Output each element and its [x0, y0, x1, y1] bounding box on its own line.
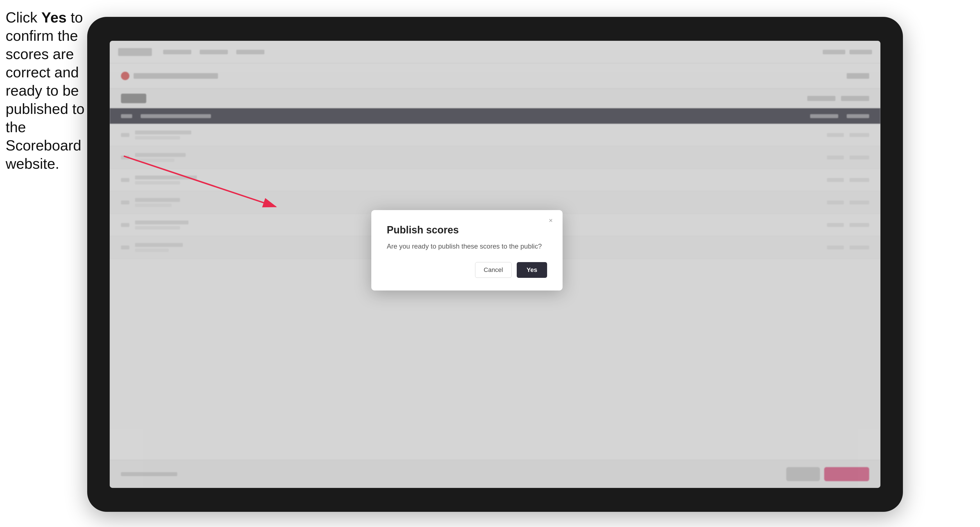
- modal-footer: Cancel Yes: [387, 262, 547, 278]
- tablet-device: × Publish scores Are you ready to publis…: [87, 17, 903, 512]
- modal-dialog: × Publish scores Are you ready to publis…: [371, 210, 563, 291]
- modal-close-button[interactable]: ×: [546, 216, 555, 225]
- cancel-button[interactable]: Cancel: [475, 262, 512, 278]
- tablet-screen: × Publish scores Are you ready to publis…: [110, 41, 880, 488]
- annotation-text: Click Yes to confirm the scores are corr…: [6, 8, 87, 173]
- modal-body-text: Are you ready to publish these scores to…: [387, 241, 547, 251]
- annotation-rest: to confirm the scores are correct and re…: [6, 9, 84, 172]
- yes-button[interactable]: Yes: [517, 262, 547, 278]
- annotation-bold: Yes: [41, 9, 67, 25]
- modal-title: Publish scores: [387, 224, 547, 236]
- modal-overlay: × Publish scores Are you ready to publis…: [110, 41, 880, 488]
